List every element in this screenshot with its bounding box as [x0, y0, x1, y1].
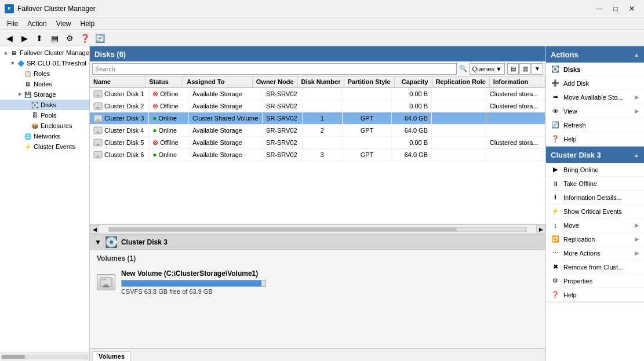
top-action-arrow-3: ▶ [635, 108, 639, 114]
top-action-4[interactable]: 🔄 Refresh [546, 118, 644, 132]
bottom-action-icon-7: ✖ [551, 262, 560, 272]
tree-item-4[interactable]: ▼ 💾 Storage [0, 89, 89, 100]
col-header-capacity[interactable]: Capacity [395, 76, 432, 87]
bottom-action-4[interactable]: ↕ Move ▶ [546, 218, 644, 232]
col-header-name[interactable]: Name [90, 76, 145, 87]
svg-point-9 [96, 144, 100, 145]
tree-item-8[interactable]: 🌐 Networks [0, 131, 89, 141]
tree-item-5[interactable]: 💽 Disks [0, 100, 89, 110]
tree-item-1[interactable]: ▼ 🔷 SR-CLU-01.Threshol [0, 58, 89, 68]
tree-item-9[interactable]: ⚡ Cluster Events [0, 141, 89, 152]
detail-collapse-icon[interactable]: ▼ [94, 238, 101, 246]
table-row-5[interactable]: Cluster Disk 6 ● Online Available Storag… [90, 149, 545, 161]
svg-rect-14 [101, 279, 106, 280]
toolbar-refresh[interactable]: 🔄 [93, 31, 107, 45]
collapse-icon-2[interactable]: ▲ [634, 152, 639, 158]
col-header-replication[interactable]: Replication Role [432, 76, 490, 87]
toolbar-up[interactable]: ⬆ [32, 31, 46, 45]
tree-label-6: Pools [41, 112, 57, 119]
td-disknum-1 [303, 100, 343, 112]
minimize-button[interactable]: — [592, 3, 607, 14]
status-online-icon: ● [152, 114, 157, 122]
top-action-2[interactable]: ➡ Move Available Sto... ▶ [546, 90, 644, 104]
tree-label-1: SR-CLU-01.Threshol [27, 60, 86, 67]
top-action-0[interactable]: 💽 Disks [546, 63, 644, 76]
top-action-5[interactable]: ❓ Help [546, 132, 644, 146]
tree-icon-5: 💽 [30, 100, 39, 110]
td-info-4: Clustered stora... [486, 137, 545, 148]
tree-item-7[interactable]: 📦 Enclosures [0, 121, 89, 131]
app-title: Failover Cluster Manager [17, 5, 96, 13]
toolbar-help[interactable]: ❓ [78, 31, 92, 45]
menu-help[interactable]: Help [76, 19, 100, 29]
tree-scrollbar[interactable] [0, 352, 89, 361]
collapse-icon[interactable]: ▲ [634, 52, 639, 58]
tree-item-3[interactable]: 🖥 Nodes [0, 79, 89, 89]
table-row-0[interactable]: Cluster Disk 1 ⊗ Offline Available Stora… [90, 88, 545, 100]
col-header-owner[interactable]: Owner Node [253, 76, 298, 87]
col-header-partition[interactable]: Partition Style [344, 76, 395, 87]
tree-item-0[interactable]: ▲ 🖥 Failover Cluster Manage [0, 48, 89, 58]
tree-item-6[interactable]: 🗄 Pools [0, 110, 89, 121]
top-action-3[interactable]: 👁 View ▶ [546, 104, 644, 118]
detail-panel: ▼ 💽 Cluster Disk 3 Volumes (1) New V [90, 234, 545, 361]
td-status-2: ● Online [149, 112, 189, 124]
bottom-action-icon-1: ⏸ [551, 179, 560, 188]
toolbar-show-hide[interactable]: ▤ [48, 31, 61, 45]
volume-disk-icon [97, 274, 115, 290]
top-action-label-3: View [563, 108, 631, 115]
toolbar-back[interactable]: ◀ [2, 31, 16, 45]
col-header-info[interactable]: Information [490, 76, 545, 87]
table-row-1[interactable]: Cluster Disk 2 ⊗ Offline Available Stora… [90, 100, 545, 112]
bottom-action-3[interactable]: ⚡ Show Critical Events [546, 205, 644, 218]
svg-point-13 [104, 284, 108, 286]
bottom-action-8[interactable]: ⚙ Properties [546, 274, 644, 288]
col-header-disknum[interactable]: Disk Number [298, 76, 344, 87]
hscroll-track[interactable] [108, 227, 527, 232]
bottom-action-arrow-5: ▶ [635, 236, 639, 242]
bottom-action-6[interactable]: ⋯ More Actions ▶ [546, 246, 644, 260]
view-buttons: ▤ ▥ ▼ [507, 63, 543, 75]
top-action-1[interactable]: ➕ Add Disk [546, 76, 644, 90]
bottom-action-9[interactable]: ❓ Help [546, 288, 644, 302]
close-button[interactable]: ✕ [624, 3, 639, 14]
bottom-action-2[interactable]: ℹ Information Details... [546, 191, 644, 205]
tree-item-2[interactable]: 📋 Roles [0, 68, 89, 79]
bottom-action-label-1: Take Offline [563, 180, 639, 187]
tab-volumes[interactable]: Volumes [92, 351, 131, 361]
menu-view[interactable]: View [52, 19, 76, 29]
table-row-4[interactable]: Cluster Disk 5 ⊗ Offline Available Stora… [90, 137, 545, 149]
bottom-action-5[interactable]: 🔁 Replication ▶ [546, 232, 644, 246]
bottom-action-0[interactable]: ▶ Bring Online [546, 163, 644, 177]
scrollbar-thumb[interactable] [2, 355, 25, 359]
hscroll-thumb[interactable] [109, 228, 457, 231]
scroll-right-arrow[interactable]: ▶ [536, 225, 545, 234]
table-row-3[interactable]: Cluster Disk 4 ● Online Available Storag… [90, 125, 545, 137]
scroll-left-arrow[interactable]: ◀ [90, 225, 99, 234]
bottom-action-1[interactable]: ⏸ Take Offline [546, 177, 644, 191]
tree-toggle-4[interactable]: ▼ [16, 92, 23, 97]
menu-file[interactable]: File [2, 19, 23, 29]
disk-hscroll[interactable]: ◀ ▶ [90, 224, 545, 234]
toolbar-properties[interactable]: ⚙ [63, 31, 77, 45]
tree-toggle-0[interactable]: ▲ [2, 50, 9, 56]
view-btn-1[interactable]: ▤ [507, 63, 519, 75]
bottom-action-7[interactable]: ✖ Remove from Clust... [546, 260, 644, 274]
toolbar-forward[interactable]: ▶ [17, 31, 31, 45]
td-status-4: ⊗ Offline [149, 137, 189, 148]
detail-header: ▼ 💽 Cluster Disk 3 [90, 235, 545, 250]
search-input[interactable] [92, 63, 457, 75]
table-row-2[interactable]: Cluster Disk 3 ● Online Cluster Shared V… [90, 112, 545, 125]
view-btn-2[interactable]: ▥ [519, 63, 531, 75]
menu-action[interactable]: Action [23, 19, 51, 29]
maximize-button[interactable]: □ [608, 3, 623, 14]
scrollbar-track[interactable] [1, 355, 88, 359]
tree-icon-2: 📋 [23, 69, 32, 78]
bottom-action-icon-4: ↕ [551, 221, 560, 230]
queries-button[interactable]: Queries ▼ [470, 63, 505, 75]
view-btn-dropdown[interactable]: ▼ [532, 63, 543, 75]
tree-toggle-1[interactable]: ▼ [9, 60, 16, 66]
col-header-assigned[interactable]: Assigned To [183, 76, 253, 87]
td-replication-2 [432, 112, 486, 124]
col-header-status[interactable]: Status [145, 76, 183, 87]
